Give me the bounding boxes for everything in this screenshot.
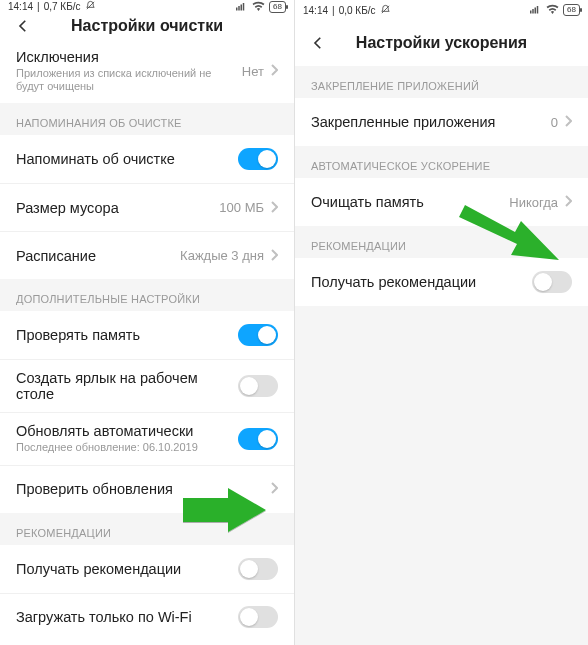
- signal-icon: [236, 1, 248, 13]
- row-wifi-only[interactable]: Загружать только по Wi-Fi: [0, 593, 294, 641]
- row-label: Размер мусора: [16, 200, 219, 216]
- svg-rect-10: [537, 6, 539, 14]
- section-additional: ДОПОЛНИТЕЛЬНЫЕ НАСТРОЙКИ: [0, 279, 294, 311]
- row-label: Напоминать об очистке: [16, 151, 238, 167]
- row-label: Обновлять автоматически: [16, 423, 238, 439]
- battery-icon: 68: [563, 4, 580, 16]
- back-button[interactable]: [305, 30, 331, 56]
- row-trash-size[interactable]: Размер мусора 100 МБ: [0, 183, 294, 231]
- status-bar: 14:14 | 0,7 КБ/с 68: [0, 0, 294, 13]
- status-net: 0,0 КБ/с: [339, 5, 376, 16]
- signal-icon: [530, 4, 542, 16]
- row-label: Загружать только по Wi-Fi: [16, 609, 238, 625]
- svg-rect-3: [241, 4, 243, 10]
- toggle-auto-update[interactable]: [238, 428, 278, 450]
- back-button[interactable]: [10, 13, 36, 39]
- row-schedule[interactable]: Расписание Каждые 3 дня: [0, 231, 294, 279]
- section-reminders: НАПОМИНАНИЯ ОБ ОЧИСТКЕ: [0, 103, 294, 135]
- svg-rect-1: [236, 7, 238, 10]
- row-sub: Последнее обновление: 06.10.2019: [16, 441, 238, 454]
- row-check-updates[interactable]: Проверить обновления: [0, 465, 294, 513]
- header: Настройки очистки: [0, 13, 294, 39]
- row-receive-recommendations[interactable]: Получать рекомендации: [0, 545, 294, 593]
- row-label: Закрепленные приложения: [311, 114, 551, 130]
- row-label: Очищать память: [311, 194, 509, 210]
- row-sub: Приложения из списка исключений не будут…: [16, 67, 242, 93]
- row-value: 100 МБ: [219, 200, 264, 215]
- svg-rect-8: [532, 9, 534, 14]
- svg-rect-9: [535, 8, 537, 14]
- chevron-right-icon: [564, 193, 572, 211]
- header: Настройки ускорения: [295, 20, 588, 66]
- section-recommendations: РЕКОМЕНДАЦИИ: [295, 226, 588, 258]
- row-value: 0: [551, 115, 558, 130]
- row-label: Проверять память: [16, 327, 238, 343]
- section-pinning: ЗАКРЕПЛЕНИЕ ПРИЛОЖЕНИЙ: [295, 66, 588, 98]
- toggle-wifi-only[interactable]: [238, 606, 278, 628]
- toggle-receive-recommendations[interactable]: [532, 271, 572, 293]
- chevron-right-icon: [270, 247, 278, 265]
- dnd-icon: [85, 0, 96, 13]
- row-value: Нет: [242, 64, 264, 79]
- toggle-check-memory[interactable]: [238, 324, 278, 346]
- battery-icon: 68: [269, 1, 286, 13]
- row-label: Исключения: [16, 49, 242, 65]
- toggle-desktop-shortcut[interactable]: [238, 375, 278, 397]
- svg-rect-2: [238, 6, 240, 11]
- status-time: 14:14: [303, 5, 328, 16]
- chevron-right-icon: [270, 199, 278, 217]
- status-bar: 14:14 | 0,0 КБ/с 68: [295, 0, 588, 20]
- toggle-receive-recommendations[interactable]: [238, 558, 278, 580]
- chevron-right-icon: [270, 62, 278, 80]
- screen-cleaning-settings: 14:14 | 0,7 КБ/с 68 Настройки очистки Ис…: [0, 0, 294, 645]
- row-pinned-apps[interactable]: Закрепленные приложения 0: [295, 98, 588, 146]
- row-auto-update[interactable]: Обновлять автоматически Последнее обновл…: [0, 412, 294, 464]
- page-title: Настройки очистки: [0, 17, 294, 35]
- row-clear-memory[interactable]: Очищать память Никогда: [295, 178, 588, 226]
- chevron-right-icon: [270, 480, 278, 498]
- row-receive-recommendations[interactable]: Получать рекомендации: [295, 258, 588, 306]
- chevron-right-icon: [564, 113, 572, 131]
- dnd-icon: [380, 4, 391, 17]
- wifi-icon: [546, 4, 559, 16]
- section-auto-boost: АВТОМАТИЧЕСКОЕ УСКОРЕНИЕ: [295, 146, 588, 178]
- svg-rect-4: [243, 3, 245, 11]
- wifi-icon: [252, 1, 265, 13]
- status-time: 14:14: [8, 1, 33, 12]
- row-label: Проверить обновления: [16, 481, 270, 497]
- page-title: Настройки ускорения: [295, 34, 588, 52]
- row-label: Получать рекомендации: [16, 561, 238, 577]
- row-label: Расписание: [16, 248, 180, 264]
- screen-boost-settings: 14:14 | 0,0 КБ/с 68 Настройки ускорения …: [294, 0, 588, 645]
- row-desktop-shortcut[interactable]: Создать ярлык на рабочем столе: [0, 359, 294, 412]
- row-check-memory[interactable]: Проверять память: [0, 311, 294, 359]
- row-privacy-policy[interactable]: Политика конфиденциальности: [0, 641, 294, 645]
- toggle-remind-clean[interactable]: [238, 148, 278, 170]
- row-label: Получать рекомендации: [311, 274, 532, 290]
- status-net: 0,7 КБ/с: [44, 1, 81, 12]
- svg-rect-7: [530, 11, 532, 14]
- row-value: Никогда: [509, 195, 558, 210]
- row-exceptions[interactable]: Исключения Приложения из списка исключен…: [0, 39, 294, 103]
- row-label: Создать ярлык на рабочем столе: [16, 370, 238, 402]
- row-remind-clean[interactable]: Напоминать об очистке: [0, 135, 294, 183]
- row-value: Каждые 3 дня: [180, 248, 264, 263]
- section-recommendations: РЕКОМЕНДАЦИИ: [0, 513, 294, 545]
